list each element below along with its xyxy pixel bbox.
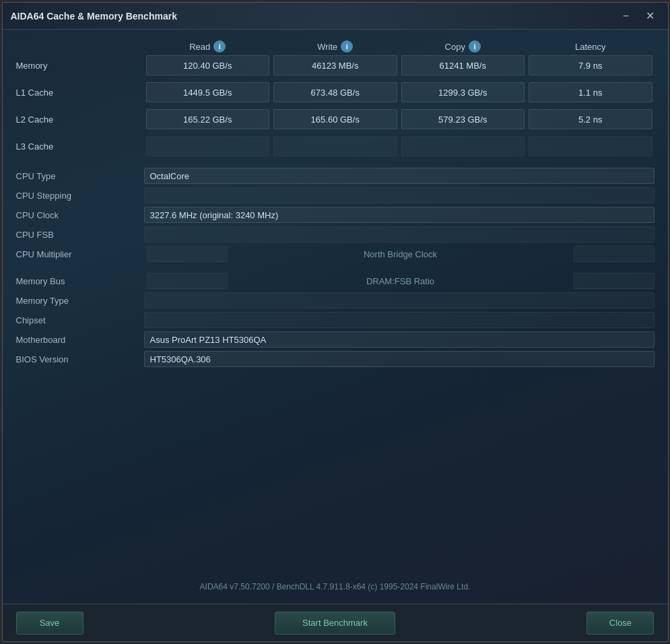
motherboard-label: Motherboard — [16, 335, 144, 345]
footer-text: AIDA64 v7.50.7200 / BenchDLL 4.7.911.8-x… — [16, 577, 655, 593]
bench-write-cell — [273, 136, 397, 156]
bench-write-cell: 673.48 GB/s — [273, 82, 397, 102]
col-read-header: Read i — [144, 40, 272, 53]
bench-rows: Memory 120.40 GB/s 46123 MB/s 61241 MB/s… — [16, 55, 655, 163]
cpu-fsb-row: CPU FSB — [16, 226, 655, 243]
bench-copy-cell: 61241 MB/s — [401, 55, 525, 75]
bios-value: HT5306QA.306 — [144, 351, 655, 367]
bench-read-cell: 120.40 GB/s — [146, 55, 270, 75]
save-button[interactable]: Save — [16, 612, 83, 635]
bench-row: L3 Cache — [16, 136, 655, 156]
chipset-label: Chipset — [16, 315, 144, 325]
bench-row-label: L3 Cache — [16, 141, 144, 152]
col-write-header: Write i — [271, 40, 399, 53]
cpu-multiplier-value — [147, 246, 228, 262]
chipset-value — [144, 312, 655, 328]
motherboard-value: Asus ProArt PZ13 HT5306QA — [144, 331, 655, 348]
cpu-clock-row: CPU Clock 3227.6 MHz (original: 3240 MHz… — [16, 206, 655, 224]
memory-bus-value — [147, 273, 228, 289]
bench-row-label: Memory — [16, 61, 144, 71]
start-benchmark-button[interactable]: Start Benchmark — [275, 612, 395, 635]
read-info-icon[interactable]: i — [213, 40, 226, 53]
cpu-multiplier-row: CPU Multiplier North Bridge Clock — [16, 245, 655, 263]
cpu-clock-label: CPU Clock — [16, 210, 144, 220]
title-bar-controls: − ✕ — [617, 7, 660, 26]
cpu-type-label: CPU Type — [16, 171, 144, 181]
cpu-multiplier-label: CPU Multiplier — [16, 249, 144, 259]
copy-info-icon[interactable]: i — [469, 40, 481, 53]
bench-row: L2 Cache 165.22 GB/s 165.60 GB/s 579.23 … — [16, 109, 655, 129]
dram-fsb-label: DRAM:FSB Ratio — [230, 276, 571, 286]
col-copy-header: Copy i — [399, 40, 527, 53]
bench-latency-cell — [529, 136, 652, 156]
col-latency-header: Latency — [527, 40, 655, 53]
north-bridge-clock-label: North Bridge Clock — [230, 249, 571, 259]
dram-fsb-value — [574, 273, 655, 289]
bench-header: Read i Write i Copy i Latency — [16, 40, 655, 53]
cpu-stepping-label: CPU Stepping — [16, 191, 144, 201]
memory-type-row: Memory Type — [16, 292, 655, 309]
bench-copy-cell: 579.23 GB/s — [401, 109, 525, 129]
cpu-fsb-value — [144, 226, 655, 243]
bench-copy-cell: 1299.3 GB/s — [401, 82, 525, 102]
bench-write-cell: 165.60 GB/s — [273, 109, 397, 129]
cpu-clock-value: 3227.6 MHz (original: 3240 MHz) — [144, 207, 655, 223]
cpu-type-row: CPU Type OctalCore — [16, 167, 655, 185]
chipset-row: Chipset — [16, 311, 655, 329]
memory-type-value — [144, 292, 655, 309]
bench-latency-cell: 1.1 ns — [529, 82, 652, 102]
close-button-bottom[interactable]: Close — [587, 612, 654, 635]
bench-latency-cell: 7.9 ns — [529, 55, 652, 75]
bench-row: L1 Cache 1449.5 GB/s 673.48 GB/s 1299.3 … — [16, 82, 655, 102]
bench-row-label: L1 Cache — [16, 88, 144, 98]
bench-copy-cell — [401, 136, 525, 156]
close-button[interactable]: ✕ — [641, 7, 660, 26]
bench-row-label: L2 Cache — [16, 115, 144, 125]
memory-bus-row: Memory Bus DRAM:FSB Ratio — [16, 272, 655, 290]
cpu-stepping-row: CPU Stepping — [16, 187, 655, 204]
col-label-empty — [16, 40, 144, 53]
bench-read-cell: 1449.5 GB/s — [146, 82, 270, 102]
cpu-stepping-value — [144, 187, 655, 203]
bench-row: Memory 120.40 GB/s 46123 MB/s 61241 MB/s… — [16, 55, 655, 75]
info-section: CPU Type OctalCore CPU Stepping CPU Cloc… — [16, 167, 655, 368]
window-title: AIDA64 Cache & Memory Benchmark — [11, 11, 617, 22]
write-info-icon[interactable]: i — [341, 40, 353, 53]
memory-type-label: Memory Type — [16, 296, 144, 306]
bench-read-cell: 165.22 GB/s — [146, 109, 270, 129]
cpu-fsb-label: CPU FSB — [16, 230, 144, 240]
bios-row: BIOS Version HT5306QA.306 — [16, 350, 655, 368]
motherboard-row: Motherboard Asus ProArt PZ13 HT5306QA — [16, 331, 655, 348]
buttons-bar: Save Start Benchmark Close — [3, 604, 668, 641]
cpu-type-value: OctalCore — [144, 168, 655, 184]
north-bridge-clock-value — [574, 246, 655, 262]
bench-write-cell: 46123 MB/s — [273, 55, 397, 75]
memory-bus-label: Memory Bus — [16, 276, 144, 286]
content-area: Read i Write i Copy i Latency Memory 120… — [3, 30, 668, 604]
title-bar: AIDA64 Cache & Memory Benchmark − ✕ — [3, 3, 668, 30]
bios-label: BIOS Version — [16, 354, 144, 364]
spacer-1 — [16, 265, 655, 270]
main-window: AIDA64 Cache & Memory Benchmark − ✕ Read… — [2, 2, 669, 642]
minimize-button[interactable]: − — [617, 7, 636, 26]
bench-latency-cell: 5.2 ns — [529, 109, 652, 129]
bench-read-cell — [146, 136, 270, 156]
